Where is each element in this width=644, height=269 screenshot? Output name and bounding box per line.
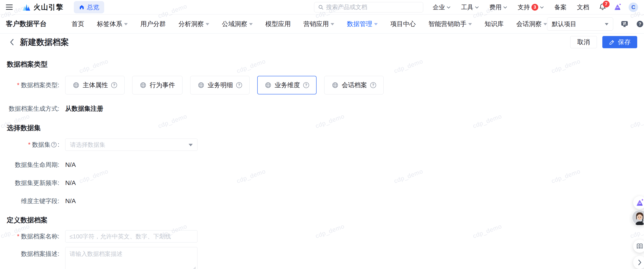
overview-button[interactable]: 总览 [74,1,104,13]
chevron-down-icon [540,6,544,8]
section-title-define-archive: 定义数据档案 [7,216,637,225]
type-button-behavior-event[interactable]: 行为事件 [132,76,182,94]
archive-name-row: * 数据档案名称: [7,230,637,242]
archive-type-row: * 数据档案类型: 主体属性 ? 行为事件 业务明细 ? 业务维度 ? [7,76,637,94]
archive-name-input[interactable] [65,230,198,242]
floating-helper-stack [631,0,644,269]
help-icon[interactable]: ? [51,142,56,148]
project-select[interactable]: 默认项目 [547,18,613,30]
cancel-button[interactable]: 取消 [570,36,597,48]
nav-item-user-segment[interactable]: 用户分群 [140,20,166,28]
section-title-archive-type: 数据档案类型 [7,60,637,69]
globe-icon [73,82,80,88]
archive-type-buttons: 主体属性 ? 行为事件 业务明细 ? 业务维度 ? 会话档案 ? [65,76,384,94]
caret-down-icon [330,23,334,25]
help-icon[interactable]: ? [303,82,309,88]
archive-description-textarea[interactable] [65,247,198,269]
generation-method-label: 数据档案生成方式: [7,104,59,113]
volcengine-logo[interactable]: 火山引擎 [22,2,64,12]
floating-docs-button[interactable] [633,240,644,253]
nav-item-project-center[interactable]: 项目中心 [390,20,416,28]
help-icon[interactable]: ? [236,82,242,88]
topbar-menu: 企业 工具 费用 支持 3 备案 文档 [433,3,589,11]
page-header: 新建数据档案 取消 保存 [0,34,644,49]
dataset-label: * 数据集 ? : [7,140,59,149]
chevron-down-icon [475,6,479,8]
home-icon [79,4,85,10]
nav-item-ai-marketing-assistant[interactable]: 智能营销助手 [428,20,472,28]
search-input[interactable] [326,4,419,11]
caret-down-icon [189,144,193,146]
archive-name-label: * 数据档案名称: [7,232,59,240]
feedback-icon[interactable] [620,20,628,28]
chevron-down-icon [446,6,450,8]
type-button-subject-attribute[interactable]: 主体属性 ? [65,76,124,94]
menu-item-docs[interactable]: 文档 [577,3,589,11]
dataset-update-frequency-value: N/A [65,179,76,186]
generation-method-value: 从数据集注册 [65,104,103,113]
type-button-business-dimension[interactable]: 业务维度 ? [257,76,316,94]
service-agent-avatar [632,210,644,226]
menu-item-tools[interactable]: 工具 [461,3,479,11]
nav-item-tag-system[interactable]: 标签体系 [97,20,128,28]
notifications-button[interactable]: 7 [599,3,606,12]
nav-item-home[interactable]: 首页 [72,20,84,28]
archive-description-label: 数据档案描述: [7,247,59,258]
edit-icon [609,39,615,45]
nav-item-knowledge-base[interactable]: 知识库 [484,20,504,28]
required-asterisk: * [28,141,30,148]
caret-down-icon [544,23,547,25]
help-icon[interactable]: ? [370,82,376,88]
search-icon [318,4,324,10]
topbar: 火山引擎 总览 企业 工具 费用 支持 3 备案 [0,0,644,14]
overview-label: 总览 [87,3,99,11]
floating-collapse-button[interactable] [633,256,644,269]
menu-item-support[interactable]: 支持 3 [518,3,544,11]
menu-item-icp-filing[interactable]: 备案 [554,3,566,11]
book-icon [636,242,643,250]
back-button[interactable] [8,37,16,47]
nav-item-analysis-insight[interactable]: 分析洞察 [178,20,209,28]
globe-icon [265,82,272,88]
nav-item-public-domain-insight[interactable]: 公域洞察 [222,20,253,28]
type-button-business-detail[interactable]: 业务明细 ? [190,76,250,94]
type-button-session-archive[interactable]: 会话档案 ? [324,76,384,94]
section-title-select-dataset: 选择数据集 [7,124,637,133]
product-name[interactable]: 客户数据平台 [6,19,47,28]
project-select-value: 默认项目 [552,20,576,28]
page-title: 新建数据档案 [20,37,69,48]
menu-item-enterprise[interactable]: 企业 [433,3,450,11]
globe-icon [140,82,146,88]
archive-description-row: 数据档案描述: [7,247,637,269]
chevron-right-icon [637,259,642,266]
ai-assistant-icon[interactable] [613,3,622,12]
support-badge: 3 [532,4,538,11]
resize-handle-icon[interactable] [193,266,196,269]
nav-item-model-app[interactable]: 模型应用 [266,20,291,28]
header-actions: 取消 保存 [570,36,637,48]
hamburger-menu-icon[interactable] [6,4,13,10]
caret-down-icon [249,23,253,25]
form-content: 数据档案类型 * 数据档案类型: 主体属性 ? 行为事件 业务明细 ? [0,60,644,269]
menu-item-billing[interactable]: 费用 [489,3,507,11]
nav-item-data-management[interactable]: 数据管理 [347,20,378,28]
nav-items: 首页 标签体系 用户分群 分析洞察 公域洞察 模型应用 营销应用 数据管理 项目… [72,20,547,28]
caret-down-icon [206,23,209,25]
nav-item-marketing-app[interactable]: 营销应用 [304,20,334,28]
global-search [314,2,423,12]
dataset-select[interactable]: 请选择数据集 [65,138,198,151]
help-icon[interactable]: ? [111,82,117,88]
dataset-row: * 数据集 ? : 请选择数据集 [7,138,637,151]
dataset-lifecycle-value: N/A [65,161,76,168]
dimension-primary-key-label: 维度主键字段: [7,197,59,205]
dataset-lifecycle-row: 数据集生命周期: N/A [7,161,637,169]
generation-method-row: 数据档案生成方式: 从数据集注册 [7,104,637,113]
caret-down-icon [605,23,608,25]
floating-ai-assistant-button[interactable] [633,196,644,209]
ai-mountain-icon [635,198,644,207]
floating-service-agent-button[interactable] [632,210,644,226]
logo-text: 火山引擎 [34,2,64,12]
globe-icon [332,82,338,88]
globe-icon [198,82,204,88]
nav-item-session-insight[interactable]: 会话洞察 [516,20,547,28]
